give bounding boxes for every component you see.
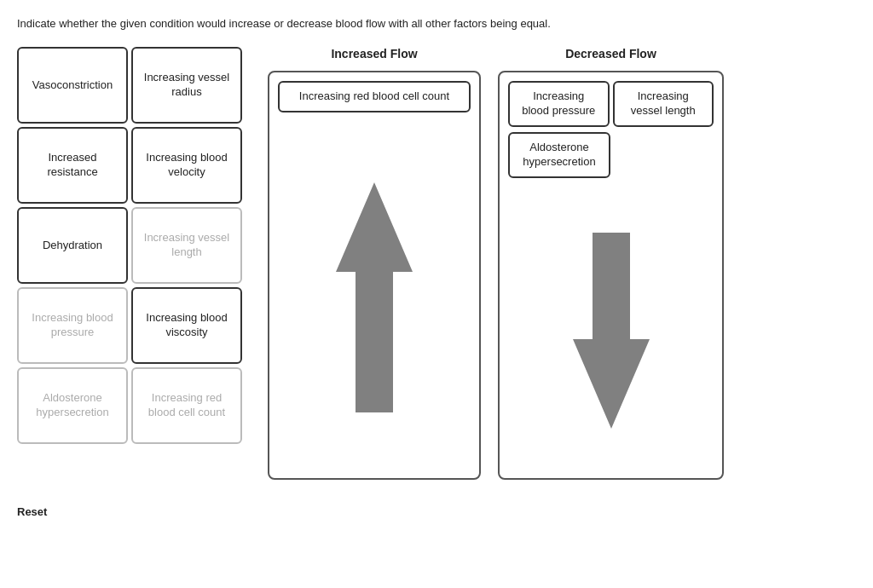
svg-marker-1: [573, 233, 650, 429]
card-increasing-blood-pressure[interactable]: Increasing blood pressure: [17, 287, 128, 364]
card-increasing-blood-velocity[interactable]: Increasing blood velocity: [131, 127, 242, 204]
main-layout: Vasoconstriction Increasing vessel radiu…: [17, 47, 856, 480]
arrow-down-icon: [569, 228, 654, 433]
arrow-up-icon: [332, 178, 417, 417]
reset-button[interactable]: Reset: [17, 505, 47, 518]
card-vasoconstriction[interactable]: Vasoconstriction: [17, 47, 128, 124]
instruction-text: Indicate whether the given condition wou…: [17, 17, 856, 30]
placed-card-vl[interactable]: Increasing vessel length: [613, 81, 714, 127]
card-increasing-vessel-length[interactable]: Increasing vessel length: [131, 207, 242, 284]
card-aldosterone-hypersecretion[interactable]: Aldosterone hypersecretion: [17, 367, 128, 444]
decreased-bottom-row: Aldosterone hypersecretion: [508, 132, 714, 178]
increased-flow-zone[interactable]: Increasing red blood cell count: [268, 71, 481, 480]
card-increasing-red-blood-cell-count[interactable]: Increasing red blood cell count: [131, 367, 242, 444]
decreased-right-col: Increasing vessel length: [613, 81, 714, 127]
drop-zones: Increased Flow Increasing red blood cell…: [268, 47, 724, 480]
placed-card-rbc[interactable]: Increasing red blood cell count: [278, 81, 471, 112]
source-grid: Vasoconstriction Increasing vessel radiu…: [17, 47, 242, 444]
card-increased-resistance[interactable]: Increased resistance: [17, 127, 128, 204]
increased-flow-container: Increased Flow Increasing red blood cell…: [268, 47, 481, 480]
decreased-top-row: Increasing blood pressure Increasing ves…: [508, 81, 714, 127]
card-increasing-blood-viscosity[interactable]: Increasing blood viscosity: [131, 287, 242, 364]
placed-card-bp[interactable]: Increasing blood pressure: [508, 81, 610, 127]
increased-flow-title: Increased Flow: [331, 47, 417, 61]
decreased-flow-container: Decreased Flow Increasing blood pressure…: [498, 47, 724, 480]
decreased-left-col: Increasing blood pressure: [508, 81, 610, 127]
card-dehydration[interactable]: Dehydration: [17, 207, 128, 284]
card-increasing-vessel-radius[interactable]: Increasing vessel radius: [131, 47, 242, 124]
decreased-flow-zone[interactable]: Increasing blood pressure Increasing ves…: [498, 71, 724, 480]
placed-card-aldo[interactable]: Aldosterone hypersecretion: [508, 132, 610, 178]
decreased-flow-title: Decreased Flow: [565, 47, 656, 61]
svg-marker-0: [336, 182, 413, 412]
